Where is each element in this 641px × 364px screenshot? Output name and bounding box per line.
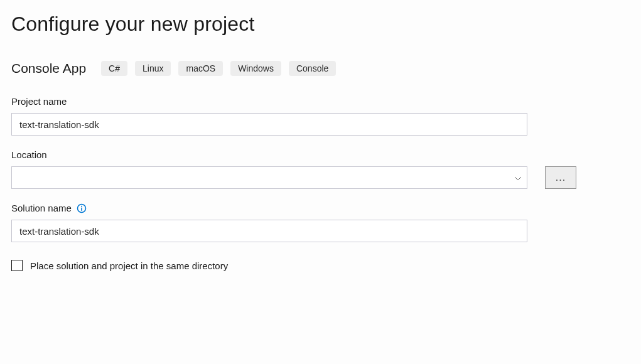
- template-name: Console App: [11, 61, 86, 76]
- project-name-label: Project name: [11, 96, 630, 107]
- same-directory-checkbox[interactable]: [11, 260, 23, 271]
- browse-button[interactable]: ...: [545, 166, 576, 189]
- page-title: Configure your new project: [11, 13, 630, 36]
- tag-macos: macOS: [178, 61, 223, 76]
- tag-console: Console: [289, 61, 336, 76]
- template-row: Console App C# Linux macOS Windows Conso…: [11, 61, 630, 76]
- location-combo[interactable]: [11, 166, 527, 189]
- location-group: Location ...: [11, 149, 630, 189]
- svg-rect-2: [81, 207, 82, 210]
- project-name-input[interactable]: [11, 113, 527, 136]
- tag-linux: Linux: [135, 61, 171, 76]
- solution-name-group: Solution name: [11, 203, 630, 242]
- tag-windows: Windows: [230, 61, 281, 76]
- location-input[interactable]: [11, 166, 527, 189]
- same-directory-label: Place solution and project in the same d…: [30, 260, 228, 271]
- solution-name-input[interactable]: [11, 220, 527, 242]
- project-name-group: Project name: [11, 96, 630, 136]
- location-label: Location: [11, 149, 630, 160]
- solution-name-label: Solution name: [11, 203, 72, 213]
- svg-point-1: [81, 205, 82, 206]
- same-directory-row: Place solution and project in the same d…: [11, 260, 630, 271]
- info-icon[interactable]: [77, 203, 87, 213]
- tag-csharp: C#: [101, 61, 127, 76]
